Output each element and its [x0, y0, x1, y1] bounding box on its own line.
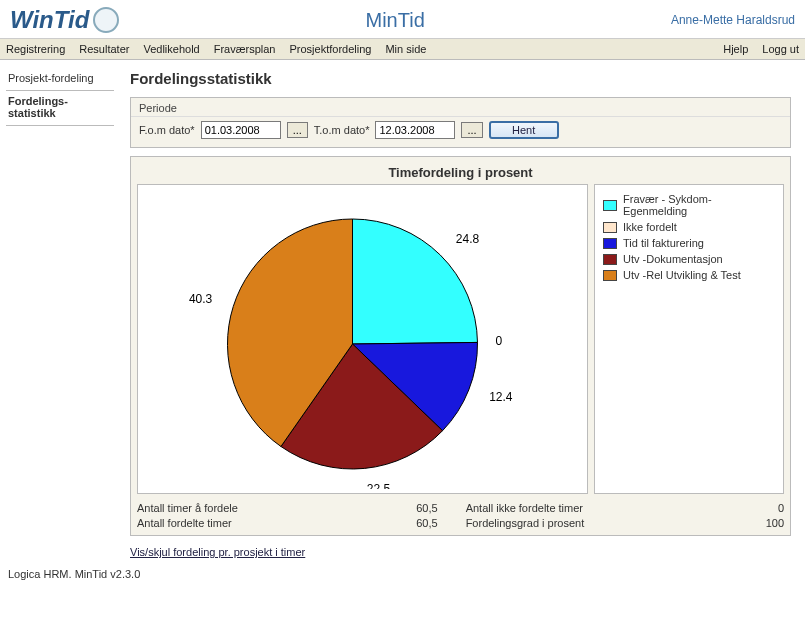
legend: Fravær - Sykdom-EgenmeldingIkke fordeltT… [594, 184, 784, 494]
period-box: Periode F.o.m dato* ... T.o.m dato* ... … [130, 97, 791, 148]
legend-label: Ikke fordelt [623, 221, 677, 233]
toggle-detail-link[interactable]: Vis/skjul fordeling pr. prosjekt i timer [130, 546, 791, 558]
pie-chart: 24.8012.422.540.3 [137, 184, 588, 494]
stat-value: 0 [724, 502, 784, 514]
to-date-label: T.o.m dato* [314, 124, 370, 136]
app-title: MinTid [119, 9, 671, 32]
pie-label: 12.4 [489, 390, 513, 404]
stat-label: Antall ikke fordelte timer [466, 502, 696, 514]
legend-label: Tid til fakturering [623, 237, 704, 249]
legend-swatch [603, 200, 617, 211]
sidebar: Prosjekt-fordelingFordelings-statistikk [0, 60, 120, 564]
legend-label: Utv -Rel Utvikling & Test [623, 269, 741, 281]
stat-label: Fordelingsgrad i prosent [466, 517, 696, 529]
menu-item-resultater[interactable]: Resultater [79, 43, 129, 55]
legend-label: Fravær - Sykdom-Egenmelding [623, 193, 775, 217]
legend-item: Utv -Rel Utvikling & Test [603, 269, 775, 281]
stat-value: 100 [724, 517, 784, 529]
from-date-label: F.o.m dato* [139, 124, 195, 136]
menu-item-hjelp[interactable]: Hjelp [723, 43, 748, 55]
menu-item-fraværsplan[interactable]: Fraværsplan [214, 43, 276, 55]
stat-value: 60,5 [378, 517, 438, 529]
legend-item: Utv -Dokumentasjon [603, 253, 775, 265]
menu-item-prosjektfordeling[interactable]: Prosjektfordeling [289, 43, 371, 55]
legend-swatch [603, 270, 617, 281]
stats-grid: Antall timer å fordele60,5Antall ikke fo… [137, 502, 784, 529]
pie-label: 40.3 [189, 292, 213, 306]
to-date-input[interactable] [375, 121, 455, 139]
logo-text: WinTid [10, 6, 89, 34]
page-title: Fordelingsstatistikk [130, 70, 791, 87]
menu-item-min side[interactable]: Min side [385, 43, 426, 55]
chart-area: 24.8012.422.540.3 Fravær - Sykdom-Egenme… [137, 184, 784, 494]
legend-swatch [603, 238, 617, 249]
legend-label: Utv -Dokumentasjon [623, 253, 723, 265]
legend-item: Ikke fordelt [603, 221, 775, 233]
header: WinTid MinTid Anne-Mette Haraldsrud [0, 0, 805, 39]
content: Fordelingsstatistikk Periode F.o.m dato*… [120, 60, 805, 564]
sidebar-item-fordelings-statistikk[interactable]: Fordelings-statistikk [6, 91, 114, 126]
stat-value: 60,5 [378, 502, 438, 514]
chart-card: Timefordeling i prosent 24.8012.422.540.… [130, 156, 791, 536]
main: Prosjekt-fordelingFordelings-statistikk … [0, 60, 805, 564]
pie-label: 24.8 [456, 232, 480, 246]
clock-icon [93, 7, 119, 33]
to-date-picker-button[interactable]: ... [461, 122, 482, 138]
logo: WinTid [10, 6, 119, 34]
pie-label: 22.5 [367, 482, 391, 489]
menu-item-logg-ut[interactable]: Logg ut [762, 43, 799, 55]
period-controls: F.o.m dato* ... T.o.m dato* ... Hent [131, 116, 790, 147]
legend-item: Tid til fakturering [603, 237, 775, 249]
footer-text: Logica HRM. MinTid v2.3.0 [0, 564, 805, 584]
menubar: RegistreringResultaterVedlikeholdFraværs… [0, 39, 805, 60]
legend-item: Fravær - Sykdom-Egenmelding [603, 193, 775, 217]
user-name: Anne-Mette Haraldsrud [671, 13, 795, 27]
svg-text:0: 0 [495, 334, 502, 348]
chart-title: Timefordeling i prosent [137, 163, 784, 184]
from-date-input[interactable] [201, 121, 281, 139]
period-label: Periode [131, 98, 790, 116]
menu-item-registrering[interactable]: Registrering [6, 43, 65, 55]
sidebar-item-prosjekt-fordeling[interactable]: Prosjekt-fordeling [6, 68, 114, 91]
menu-item-vedlikehold[interactable]: Vedlikehold [143, 43, 199, 55]
legend-swatch [603, 254, 617, 265]
fetch-button[interactable]: Hent [489, 121, 559, 139]
from-date-picker-button[interactable]: ... [287, 122, 308, 138]
stat-label: Antall timer å fordele [137, 502, 350, 514]
legend-swatch [603, 222, 617, 233]
stat-label: Antall fordelte timer [137, 517, 350, 529]
